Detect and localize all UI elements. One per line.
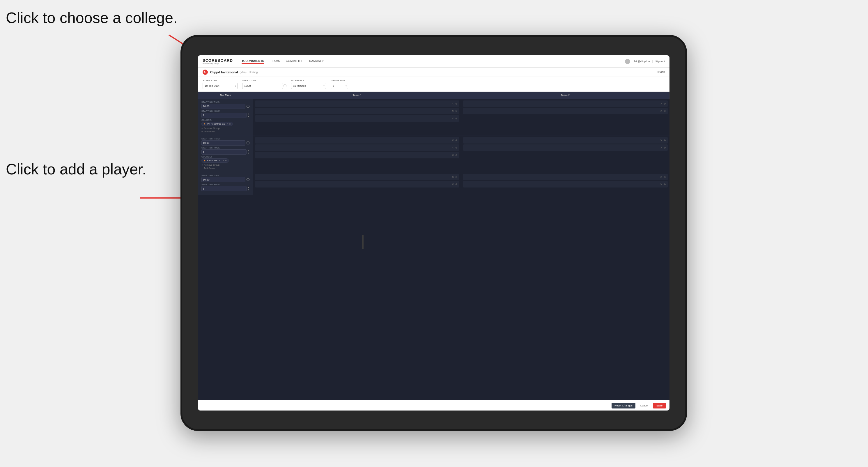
- hole-spinner-1[interactable]: ▲▼: [248, 113, 249, 118]
- player-slot-t1g2-2[interactable]: ✕ ⊕: [255, 145, 459, 151]
- course-tag-2[interactable]: 🏌 East Lake GC ✕ ⊕: [202, 158, 229, 163]
- player-slot-t2g1-2[interactable]: ✕ ⊕: [463, 108, 668, 114]
- player-slot-t2g3-2[interactable]: ✕ ⊕: [463, 181, 668, 187]
- slot-x-t1g3-2[interactable]: ✕: [452, 183, 454, 186]
- slot-x-t2g2-2[interactable]: ✕: [660, 146, 662, 149]
- nav-email: blair@clippd.io: [632, 60, 650, 63]
- start-type-label: Start Type: [203, 79, 238, 82]
- remove-group-2[interactable]: ○Remove Group: [202, 164, 249, 166]
- tablet-frame: SCOREBOARD Powered by clippd TOURNAMENTS…: [181, 35, 687, 431]
- player-slot-expand[interactable]: ⊕: [455, 102, 458, 105]
- player-slot-t2-actions-2: ✕ ⊕: [660, 110, 666, 113]
- course-tag-remove-1[interactable]: ✕: [226, 123, 228, 125]
- slot-ex-t1g3-2[interactable]: ⊕: [455, 183, 458, 186]
- save-button[interactable]: Save: [653, 403, 666, 408]
- starting-time-input-1[interactable]: [202, 104, 245, 109]
- intervals-label: Intervals: [291, 79, 326, 82]
- player-slot-t2-x-2[interactable]: ✕: [660, 110, 662, 113]
- course-slot-t1[interactable]: ✕ ⊕: [255, 115, 459, 122]
- table-body: Starting Time: i Starting Hole: ▲▼ Cours…: [198, 99, 670, 400]
- add-group-2[interactable]: +Add Group: [202, 167, 249, 169]
- nav-sign-out[interactable]: Sign out: [655, 60, 665, 63]
- slot-x-t2g2-1[interactable]: ✕: [660, 139, 662, 142]
- intervals-select-wrap: 10 Minutes: [291, 83, 326, 89]
- back-button[interactable]: ‹ Back: [657, 70, 665, 74]
- add-group-1[interactable]: +Add Group: [202, 130, 249, 133]
- course-tag-remove-2[interactable]: ✕: [222, 160, 224, 162]
- col-tee-time: Tee Time: [198, 92, 253, 99]
- start-type-select-wrap: 1st Tee Start: [203, 83, 238, 89]
- player-slot-t2-expand-1[interactable]: ⊕: [664, 102, 666, 105]
- group-size-select[interactable]: 3: [331, 83, 348, 89]
- course-tag-expand-2[interactable]: ⊕: [225, 160, 227, 162]
- nav-link-committee[interactable]: COMMITTEE: [286, 59, 303, 64]
- sub-header: C Clippd Invitational (Men) Hosting ‹ Ba…: [198, 67, 670, 77]
- player-slot-t2g2-2[interactable]: ✕ ⊕: [463, 145, 668, 151]
- nav-link-rankings[interactable]: RANKINGS: [309, 59, 324, 64]
- slot-ex-t1g2-1[interactable]: ⊕: [455, 139, 458, 142]
- course-slot-t1g2[interactable]: ✕ ⊕: [255, 152, 459, 158]
- intervals-select[interactable]: 10 Minutes: [291, 83, 326, 89]
- cs-ex-t1g2[interactable]: ⊕: [455, 154, 458, 157]
- starting-hole-input-3[interactable]: [202, 186, 247, 191]
- group-team1-2: ✕ ⊕ ✕ ⊕ ✕ ⊕: [253, 135, 461, 172]
- course-slot-expand[interactable]: ⊕: [455, 117, 458, 120]
- starting-hole-row-1: ▲▼: [202, 113, 249, 118]
- course-slot-actions: ✕ ⊕: [452, 117, 458, 120]
- reset-changes-button[interactable]: Reset Changes: [612, 403, 636, 408]
- player-slot-t1g3-1[interactable]: ✕ ⊕: [255, 174, 459, 180]
- hole-spinner-3[interactable]: ▲▼: [248, 186, 249, 191]
- slot-x-t2g3-1[interactable]: ✕: [660, 176, 662, 179]
- cs-x-t1g2[interactable]: ✕: [452, 154, 454, 157]
- course-name-1: (A) Peachtree GC: [207, 123, 225, 125]
- nav-link-teams[interactable]: TEAMS: [270, 59, 280, 64]
- course-tag-expand-1[interactable]: ⊕: [229, 123, 231, 125]
- starting-hole-row-3: ▲▼: [202, 186, 249, 191]
- player-slot-t2g1-1[interactable]: ✕ ⊕: [463, 100, 668, 107]
- starting-time-input-2[interactable]: [202, 140, 245, 146]
- slot-x-t1g2-2[interactable]: ✕: [452, 146, 454, 149]
- slot-ex-t1g3-1[interactable]: ⊕: [455, 176, 458, 179]
- group-left-1: Starting Time: i Starting Hole: ▲▼ Cours…: [198, 99, 253, 135]
- slot-ex-t2g2-2[interactable]: ⊕: [664, 146, 666, 149]
- nav-brand: SCOREBOARD Powered by clippd: [203, 58, 233, 65]
- hole-spinner-2[interactable]: ▲▼: [248, 149, 249, 155]
- starting-time-input-3[interactable]: [202, 177, 245, 182]
- group-row: Starting Time: i Starting Hole: ▲▼ Cours…: [198, 99, 670, 135]
- player-slot-x-2[interactable]: ✕: [452, 110, 454, 113]
- nav-right: blair@clippd.io | Sign out: [625, 59, 665, 64]
- nav-link-tournaments[interactable]: TOURNAMENTS: [242, 59, 264, 64]
- player-slot-t2-expand-2[interactable]: ⊕: [664, 110, 666, 113]
- col-team1: Team 1: [253, 92, 461, 99]
- slot-ex-t2g3-1[interactable]: ⊕: [664, 176, 666, 179]
- group-size-label: Group Size: [331, 79, 348, 82]
- slot-x-t1g3-1[interactable]: ✕: [452, 176, 454, 179]
- starting-hole-input-2[interactable]: [202, 149, 247, 155]
- course-label-2: Course:: [202, 156, 249, 158]
- slot-ex-t2g2-1[interactable]: ⊕: [664, 139, 666, 142]
- nav-bar: SCOREBOARD Powered by clippd TOURNAMENTS…: [198, 55, 670, 67]
- cancel-button[interactable]: Cancel: [638, 403, 651, 408]
- player-slot-t1g3-2[interactable]: ✕ ⊕: [255, 181, 459, 187]
- player-slot-t2g3-1[interactable]: ✕ ⊕: [463, 174, 668, 180]
- slot-x-t1g2-1[interactable]: ✕: [452, 139, 454, 142]
- slot-ex-t2g3-2[interactable]: ⊕: [664, 183, 666, 186]
- player-slot-t2g2-1[interactable]: ✕ ⊕: [463, 137, 668, 144]
- starting-hole-input-1[interactable]: [202, 113, 247, 118]
- course-tag-1[interactable]: 🏌 (A) Peachtree GC ✕ ⊕: [202, 122, 233, 126]
- slot-x-t2g3-2[interactable]: ✕: [660, 183, 662, 186]
- time-info-icon-1: i: [247, 105, 249, 108]
- start-time-input[interactable]: [242, 83, 283, 89]
- course-slot-x[interactable]: ✕: [452, 117, 454, 120]
- player-slot-t2-x-1[interactable]: ✕: [660, 102, 662, 105]
- player-slot-x[interactable]: ✕: [452, 102, 454, 105]
- start-type-select[interactable]: 1st Tee Start: [203, 83, 238, 89]
- tablet-screen: SCOREBOARD Powered by clippd TOURNAMENTS…: [198, 55, 670, 410]
- player-slot-expand-2[interactable]: ⊕: [455, 110, 458, 113]
- remove-group-1[interactable]: ○Remove Group: [202, 127, 249, 130]
- slot-ex-t1g2-2[interactable]: ⊕: [455, 146, 458, 149]
- player-slot-actions: ✕ ⊕: [452, 102, 458, 105]
- player-slot-t1g2-1[interactable]: ✕ ⊕: [255, 137, 459, 144]
- player-slot-t1g1-2[interactable]: ✕ ⊕: [255, 108, 459, 114]
- player-slot-t1g1-1[interactable]: ✕ ⊕: [255, 100, 459, 107]
